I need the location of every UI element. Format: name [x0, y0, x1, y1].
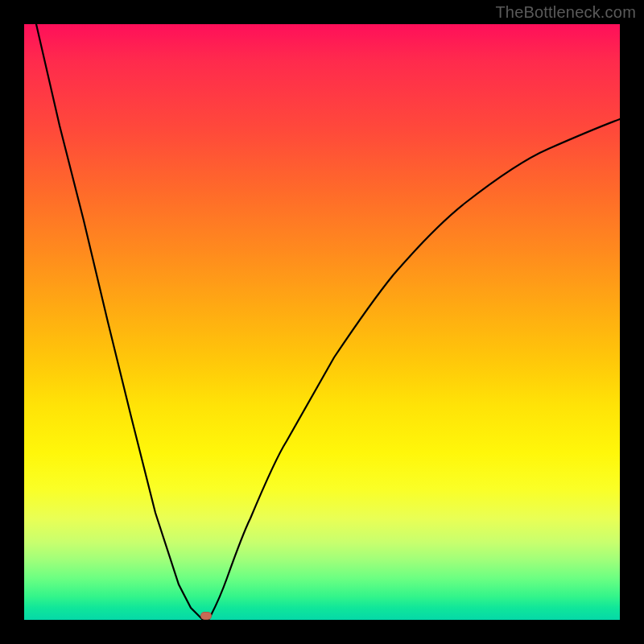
- bottleneck-curve: [24, 24, 620, 620]
- minimum-marker: [200, 612, 212, 620]
- chart-frame: TheBottleneck.com: [0, 0, 644, 644]
- curve-left-branch: [36, 24, 203, 620]
- plot-area: [24, 24, 620, 620]
- attribution-label: TheBottleneck.com: [495, 3, 636, 22]
- curve-right-branch: [208, 119, 620, 620]
